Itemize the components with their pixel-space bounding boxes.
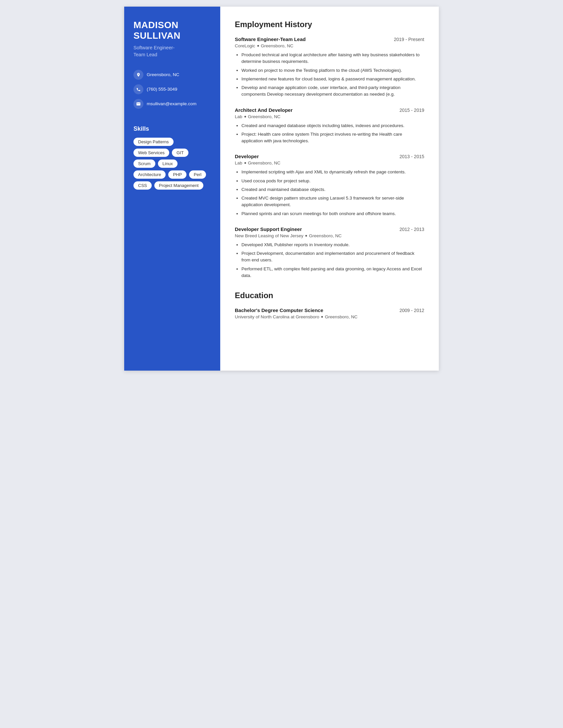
company-name: Lab	[235, 160, 242, 165]
edu-dates: 2009 - 2012	[399, 308, 424, 313]
job-header: Software Engineer-Team Lead2019 - Presen…	[235, 36, 424, 42]
skill-tag: Scrum	[133, 159, 155, 168]
job-title: Software Engineer-Team Lead	[235, 36, 306, 42]
job-dates: 2015 - 2019	[399, 108, 424, 113]
email-text: msullivan@example.com	[147, 101, 196, 106]
bullet-item: Implemented new features for cloud based…	[241, 76, 424, 82]
bullet-item: Planned sprints and ran scrum meetings f…	[241, 210, 424, 217]
skill-tag: CSS	[133, 181, 152, 190]
location-text: Greensboro, NC	[147, 72, 179, 77]
skills-heading: Skills	[133, 125, 211, 132]
skill-tag: Design Patterns	[133, 138, 173, 146]
job-company: LabGreensboro, NC	[235, 160, 424, 165]
job-dates: 2019 - Present	[394, 37, 424, 42]
job-company: New Breed Leasing of New JerseyGreensbor…	[235, 233, 424, 238]
job-location: Greensboro, NC	[309, 233, 342, 238]
job-header: Architect And Developer2015 - 2019	[235, 107, 424, 113]
education-container: Bachelor's Degree Computer Science2009 -…	[235, 307, 424, 319]
job-bullets: Developed XML Publisher reports in Inven…	[235, 242, 424, 279]
company-name: CoreLogic	[235, 43, 255, 48]
job-dates: 2012 - 2013	[399, 227, 424, 232]
candidate-name: MADISON SULLIVAN	[133, 20, 211, 41]
job-dates: 2013 - 2015	[399, 154, 424, 159]
skill-tag: Linux	[158, 159, 177, 168]
job-block: Architect And Developer2015 - 2019LabGre…	[235, 107, 424, 145]
bullet-item: Project: Health care online system This …	[241, 131, 424, 145]
job-title: Developer	[235, 154, 259, 159]
education-heading: Education	[235, 291, 424, 300]
bullet-item: Produced technical and logical architect…	[241, 52, 424, 65]
separator-dot	[244, 162, 246, 164]
skill-tag: Project Management	[154, 181, 203, 190]
email-icon	[133, 99, 143, 109]
edu-header: Bachelor's Degree Computer Science2009 -…	[235, 307, 424, 313]
skills-tags: Design PatternsWeb ServicesGITScrumLinux…	[133, 138, 211, 190]
separator-dot	[321, 316, 323, 318]
bullet-item: Implemented scripting with Ajax and XML …	[241, 169, 424, 175]
education-block: Bachelor's Degree Computer Science2009 -…	[235, 307, 424, 319]
contact-email: msullivan@example.com	[133, 99, 211, 109]
separator-dot	[244, 116, 246, 117]
job-header: Developer2013 - 2015	[235, 154, 424, 159]
bullet-item: Performed ETL, with complex field parsin…	[241, 266, 424, 279]
job-bullets: Implemented scripting with Ajax and XML …	[235, 169, 424, 217]
bullet-item: Created and maintained database objects.	[241, 186, 424, 193]
location-icon	[133, 70, 143, 80]
company-name: Lab	[235, 114, 242, 119]
institution-name: University of North Carolina at Greensbo…	[235, 314, 319, 319]
bullet-item: Used cocoa pods for project setup.	[241, 178, 424, 184]
education-section: Education Bachelor's Degree Computer Sci…	[235, 291, 424, 319]
job-bullets: Created and managed database objects inc…	[235, 122, 424, 145]
skill-tag: PHP	[168, 170, 186, 179]
contact-section: Greensboro, NC (760) 555-3049 msullivan@…	[133, 70, 211, 109]
bullet-item: Created and managed database objects inc…	[241, 122, 424, 129]
bullet-item: Worked on project to move the Testing pl…	[241, 67, 424, 74]
jobs-container: Software Engineer-Team Lead2019 - Presen…	[235, 36, 424, 279]
edu-location: Greensboro, NC	[325, 314, 357, 319]
job-company: LabGreensboro, NC	[235, 114, 424, 119]
contact-phone: (760) 555-3049	[133, 84, 211, 94]
employment-heading: Employment History	[235, 20, 424, 29]
bullet-item: Created MVC design pattern structure usi…	[241, 195, 424, 208]
job-block: Developer Support Engineer2012 - 2013New…	[235, 226, 424, 279]
job-header: Developer Support Engineer2012 - 2013	[235, 226, 424, 232]
phone-text: (760) 555-3049	[147, 87, 177, 92]
job-block: Software Engineer-Team Lead2019 - Presen…	[235, 36, 424, 98]
company-name: New Breed Leasing of New Jersey	[235, 233, 304, 238]
edu-degree: Bachelor's Degree Computer Science	[235, 307, 323, 313]
skill-tag: Architecture	[133, 170, 165, 179]
job-location: Greensboro, NC	[261, 43, 294, 48]
sidebar: MADISON SULLIVAN Software Engineer- Team…	[124, 7, 220, 371]
candidate-title: Software Engineer- Team Lead	[133, 44, 211, 58]
job-block: Developer2013 - 2015LabGreensboro, NCImp…	[235, 154, 424, 217]
bullet-item: Developed XML Publisher reports in Inven…	[241, 242, 424, 248]
separator-dot	[257, 45, 259, 47]
bullet-item: Develop and manage application code, use…	[241, 84, 424, 98]
skill-tag: Web Services	[133, 149, 169, 157]
bullet-item: Project Development, documentation and i…	[241, 250, 424, 264]
phone-icon	[133, 84, 143, 94]
skills-section: Skills Design PatternsWeb ServicesGITScr…	[133, 125, 211, 190]
job-location: Greensboro, NC	[248, 114, 280, 119]
edu-institution: University of North Carolina at Greensbo…	[235, 314, 424, 319]
skill-tag: Perl	[189, 170, 206, 179]
separator-dot	[305, 235, 307, 237]
job-bullets: Produced technical and logical architect…	[235, 52, 424, 98]
job-title: Architect And Developer	[235, 107, 293, 113]
resume-container: MADISON SULLIVAN Software Engineer- Team…	[124, 7, 439, 371]
contact-location: Greensboro, NC	[133, 70, 211, 80]
skill-tag: GIT	[172, 149, 188, 157]
main-content: Employment History Software Engineer-Tea…	[220, 7, 439, 371]
job-title: Developer Support Engineer	[235, 226, 302, 232]
job-location: Greensboro, NC	[248, 160, 280, 165]
job-company: CoreLogicGreensboro, NC	[235, 43, 424, 48]
